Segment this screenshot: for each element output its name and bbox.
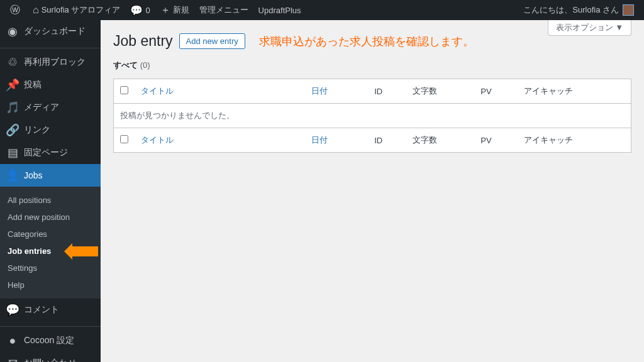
submenu-categories[interactable]: Categories (0, 226, 101, 243)
menu-links[interactable]: 🔗リンク (0, 119, 101, 141)
col-eyecatch-footer: アイキャッチ (518, 128, 631, 152)
submenu-add-position[interactable]: Add new position (0, 209, 101, 226)
wp-logo[interactable]: ⓦ (5, 0, 28, 20)
admin-sidebar: ◉ダッシュボード ♲再利用ブロック 📌投稿 🎵メディア 🔗リンク ▤固定ページ … (0, 20, 101, 362)
new-label: 新規 (173, 4, 189, 16)
menu-media-label: メディア (24, 102, 59, 113)
menu-jobs[interactable]: 👤Jobs (0, 164, 101, 187)
greeting[interactable]: こんにちは、Surlofia さん (518, 0, 639, 20)
filter-all-count: (0) (140, 60, 150, 70)
page-icon: ▤ (6, 146, 19, 159)
site-name[interactable]: ⌂Surlofia サアロフィア (28, 0, 125, 20)
col-chars-footer: 文字数 (406, 128, 474, 152)
comment-icon: 💬 (6, 304, 19, 316)
media-icon: 🎵 (6, 101, 19, 114)
block-icon: ♲ (6, 56, 19, 69)
menu-dashboard-label: ダッシュボード (24, 26, 86, 37)
menu-reusable[interactable]: ♲再利用ブロック (0, 51, 101, 74)
link-icon: 🔗 (6, 124, 19, 136)
site-name-label: Surlofia サアロフィア (42, 4, 121, 16)
col-title-footer[interactable]: タイトル (141, 135, 174, 145)
menu-reusable-label: 再利用ブロック (24, 57, 86, 68)
screen-options-toggle[interactable]: 表示オプション ▼ (548, 20, 631, 36)
page-title: Job entry (113, 33, 173, 50)
filter-links: すべて (0) (113, 60, 631, 71)
col-date[interactable]: 日付 (311, 86, 328, 96)
col-title[interactable]: タイトル (141, 86, 174, 96)
menu-separator (0, 45, 101, 48)
pin-icon: 📌 (6, 79, 19, 91)
menu-contact-label: お問い合わせ (24, 358, 77, 362)
menu-jobs-label: Jobs (24, 170, 43, 180)
menu-pages-label: 固定ページ (24, 147, 68, 158)
dashboard-icon: ◉ (6, 25, 19, 38)
submenu-settings[interactable]: Settings (0, 260, 101, 277)
col-eyecatch: アイキャッチ (518, 79, 631, 104)
page-annotation: 求職申込があった求人投稿を確認します。 (259, 34, 474, 49)
greeting-text: こんにちは、Surlofia さん (523, 4, 619, 16)
comments-count: 0 (145, 6, 150, 15)
menu-comments[interactable]: 💬コメント (0, 299, 101, 321)
menu-links-label: リンク (24, 124, 50, 136)
col-date-footer[interactable]: 日付 (311, 135, 328, 145)
mail-icon: ✉ (6, 357, 19, 362)
jobs-icon: 👤 (6, 169, 19, 182)
filter-all[interactable]: すべて (113, 60, 138, 70)
menu-posts[interactable]: 📌投稿 (0, 74, 101, 96)
admin-menu-link[interactable]: 管理メニュー (194, 0, 253, 20)
menu-cocoon-label: Cocoon 設定 (24, 335, 74, 346)
select-all-checkbox[interactable] (120, 86, 128, 94)
admin-bar: ⓦ ⌂Surlofia サアロフィア 💬0 ＋新規 管理メニュー Updraft… (0, 0, 644, 20)
updraft-link[interactable]: UpdraftPlus (253, 0, 306, 20)
col-id-footer: ID (368, 128, 406, 152)
submenu-job-entries-label: Job entries (8, 246, 51, 256)
col-chars: 文字数 (406, 79, 474, 104)
col-id: ID (368, 79, 406, 104)
submenu-all-positions[interactable]: All positions (0, 192, 101, 209)
select-all-footer (114, 128, 135, 152)
add-new-entry-button[interactable]: Add new entry (179, 33, 245, 49)
menu-posts-label: 投稿 (24, 79, 42, 90)
main-content: 表示オプション ▼ Job entry Add new entry 求職申込があ… (101, 20, 644, 362)
submenu-jobs: All positions Add new position Categorie… (0, 187, 101, 299)
select-all-header (114, 79, 135, 104)
menu-media[interactable]: 🎵メディア (0, 96, 101, 119)
arrow-annotation (70, 246, 98, 256)
select-all-checkbox-bottom[interactable] (120, 135, 128, 143)
new-content[interactable]: ＋新規 (155, 0, 194, 20)
cocoon-icon: ● (6, 334, 19, 347)
submenu-help[interactable]: Help (0, 277, 101, 293)
submenu-job-entries[interactable]: Job entries (0, 243, 101, 260)
entries-table: タイトル 日付 ID 文字数 PV アイキャッチ 投稿が見つかりませんでした。 … (113, 79, 631, 153)
avatar (623, 4, 634, 16)
no-items-message: 投稿が見つかりませんでした。 (114, 104, 631, 128)
menu-separator (0, 324, 101, 327)
comments-link[interactable]: 💬0 (125, 0, 155, 20)
menu-cocoon[interactable]: ●Cocoon 設定 (0, 329, 101, 352)
col-pv: PV (474, 79, 518, 104)
menu-comments-label: コメント (24, 304, 59, 315)
menu-dashboard[interactable]: ◉ダッシュボード (0, 20, 101, 43)
col-pv-footer: PV (474, 128, 518, 152)
menu-pages[interactable]: ▤固定ページ (0, 141, 101, 164)
menu-contact[interactable]: ✉お問い合わせ (0, 352, 101, 362)
